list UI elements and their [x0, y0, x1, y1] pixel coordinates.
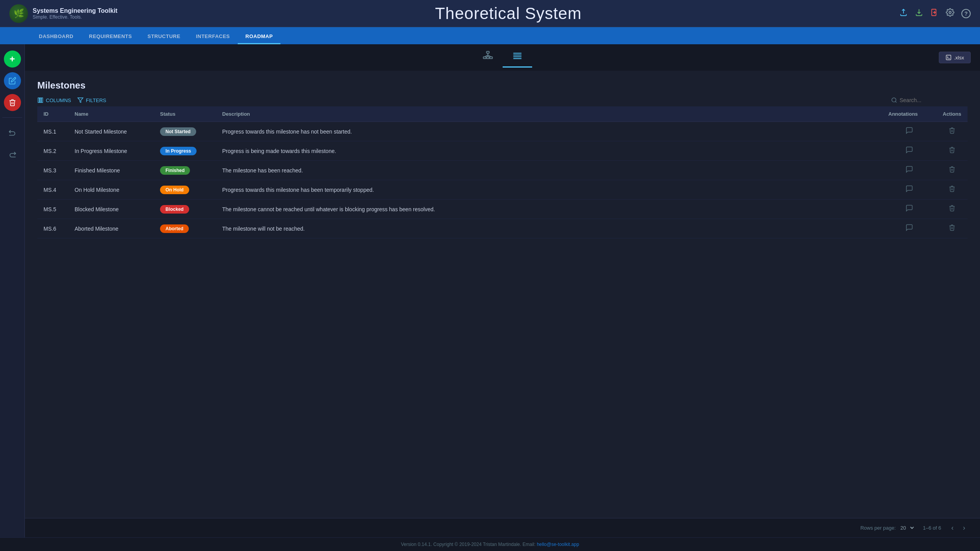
xlsx-export-btn[interactable]: .xlsx — [939, 52, 971, 63]
annotation-icon[interactable] — [905, 128, 913, 136]
footer-text: Version 0.14.1. Copyright © 2019-2024 Tr… — [401, 542, 537, 547]
cell-annotations — [882, 161, 936, 180]
delete-row-icon[interactable] — [949, 147, 956, 155]
pagination-info: 1–6 of 6 — [923, 525, 941, 531]
col-header-desc: Description — [216, 106, 882, 122]
delete-row-icon[interactable] — [949, 167, 956, 174]
filters-btn[interactable]: FILTERS — [77, 97, 106, 103]
annotation-icon[interactable] — [905, 167, 913, 175]
status-badge: In Progress — [160, 147, 197, 155]
table-container: Milestones COLUMNS FILTERS — [25, 71, 980, 518]
svg-rect-4 — [486, 57, 489, 59]
cell-name: In Progress Milestone — [68, 141, 154, 161]
top-header: 🌿 Systems Engineering Toolkit Simple. Ef… — [0, 0, 980, 27]
search-input[interactable] — [900, 97, 968, 103]
cell-annotations — [882, 180, 936, 200]
status-badge: Blocked — [160, 205, 189, 214]
nav-tabs: DASHBOARD REQUIREMENTS STRUCTURE INTERFA… — [0, 27, 980, 44]
search-box[interactable] — [891, 97, 968, 103]
col-header-name: Name — [68, 106, 154, 122]
col-header-id: ID — [37, 106, 68, 122]
cell-name: Aborted Milestone — [68, 219, 154, 238]
columns-btn[interactable]: COLUMNS — [37, 97, 71, 103]
sidebar-separator — [2, 117, 22, 118]
cell-actions — [936, 141, 968, 161]
help-icon[interactable]: ? — [961, 9, 971, 18]
prev-page-btn[interactable]: ‹ — [949, 523, 956, 533]
content-area: .xlsx Milestones COLUMNS — [25, 44, 980, 537]
undo-button[interactable] — [4, 124, 21, 141]
status-badge: Aborted — [160, 224, 189, 233]
columns-label: COLUMNS — [46, 97, 71, 103]
cell-id: MS.4 — [37, 180, 68, 200]
cell-description: Progress towards this milestone has not … — [216, 122, 882, 141]
table-header: ID Name Status Description Annotations A… — [37, 106, 968, 122]
svg-point-19 — [892, 98, 896, 102]
table-row: MS.2 In Progress Milestone In Progress P… — [37, 141, 968, 161]
annotation-icon[interactable] — [905, 186, 913, 194]
sidebar-delete-button[interactable] — [4, 94, 21, 111]
col-header-actions: Actions — [936, 106, 968, 122]
cell-annotations — [882, 122, 936, 141]
tab-structure[interactable]: STRUCTURE — [140, 30, 188, 44]
cell-description: The milestone will not be reached. — [216, 219, 882, 238]
col-header-annotations: Annotations — [882, 106, 936, 122]
left-sidebar: + — [0, 44, 25, 537]
xlsx-label: .xlsx — [954, 55, 964, 61]
header-actions: ? — [899, 8, 971, 19]
download-icon[interactable] — [915, 8, 923, 19]
tab-dashboard[interactable]: DASHBOARD — [31, 30, 81, 44]
svg-rect-2 — [486, 51, 489, 53]
svg-rect-17 — [42, 98, 43, 103]
tab-requirements[interactable]: REQUIREMENTS — [81, 30, 140, 44]
tab-roadmap[interactable]: ROADMAP — [238, 30, 281, 44]
list-view-btn[interactable] — [503, 47, 532, 68]
logo-text: Systems Engineering Toolkit Simple. Effe… — [33, 7, 117, 20]
delete-row-icon[interactable] — [949, 205, 956, 213]
add-button[interactable]: + — [4, 50, 21, 68]
cell-status: Aborted — [154, 219, 216, 238]
table-row: MS.5 Blocked Milestone Blocked The miles… — [37, 200, 968, 219]
delete-row-icon[interactable] — [949, 225, 956, 233]
annotation-icon[interactable] — [905, 148, 913, 155]
app-logo: 🌿 — [9, 4, 28, 23]
add-file-icon[interactable] — [930, 8, 939, 19]
logo-area: 🌿 Systems Engineering Toolkit Simple. Ef… — [9, 4, 117, 23]
cell-description: The milestone has been reached. — [216, 161, 882, 180]
milestones-table: ID Name Status Description Annotations A… — [37, 106, 968, 238]
rows-per-page-select[interactable]: 20 50 100 — [899, 525, 915, 531]
table-footer-bar: Rows per page: 20 50 100 1–6 of 6 ‹ › — [25, 518, 980, 537]
cell-id: MS.2 — [37, 141, 68, 161]
cell-status: Blocked — [154, 200, 216, 219]
svg-marker-18 — [78, 98, 83, 103]
settings-icon[interactable] — [946, 8, 954, 19]
cell-id: MS.6 — [37, 219, 68, 238]
annotation-icon[interactable] — [905, 225, 913, 233]
table-row: MS.3 Finished Milestone Finished The mil… — [37, 161, 968, 180]
edit-button[interactable] — [4, 72, 21, 89]
cell-actions — [936, 200, 968, 219]
delete-row-icon[interactable] — [949, 128, 956, 136]
footer-email[interactable]: hello@se-toolkit.app — [537, 542, 579, 547]
status-badge: On Hold — [160, 186, 189, 194]
tree-view-btn[interactable] — [473, 47, 503, 68]
svg-rect-15 — [38, 98, 39, 103]
delete-row-icon[interactable] — [949, 186, 956, 194]
annotation-icon[interactable] — [905, 206, 913, 214]
svg-rect-16 — [40, 98, 41, 103]
cell-description: The milestone cannot be reached until wh… — [216, 200, 882, 219]
svg-rect-5 — [489, 57, 492, 59]
redo-button[interactable] — [4, 146, 21, 163]
next-page-btn[interactable]: › — [961, 523, 968, 533]
pagination-nav: ‹ › — [949, 523, 968, 533]
upload-icon[interactable] — [899, 8, 908, 19]
cell-actions — [936, 219, 968, 238]
cell-status: On Hold — [154, 180, 216, 200]
tab-interfaces[interactable]: INTERFACES — [188, 30, 237, 44]
main-layout: + — [0, 44, 980, 537]
cell-name: Finished Milestone — [68, 161, 154, 180]
app-footer: Version 0.14.1. Copyright © 2019-2024 Tr… — [0, 537, 980, 551]
cell-status: Not Started — [154, 122, 216, 141]
svg-rect-3 — [483, 57, 486, 59]
cell-actions — [936, 161, 968, 180]
